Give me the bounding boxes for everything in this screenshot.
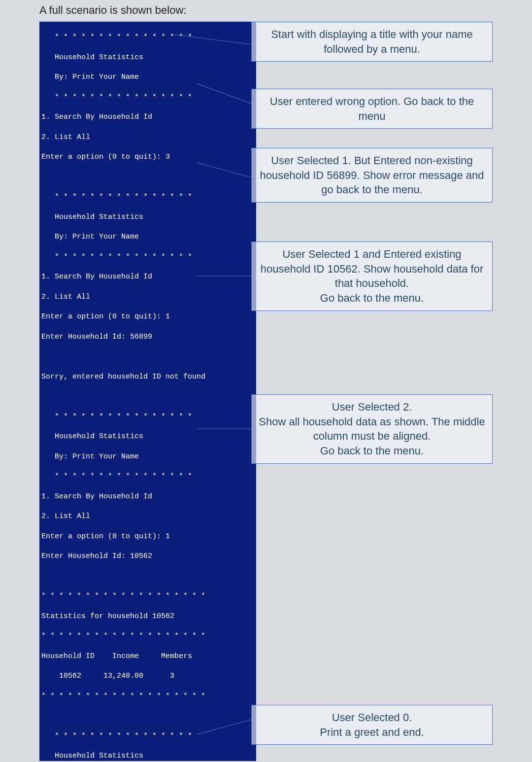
error-message: Sorry, entered household ID not found xyxy=(41,372,254,382)
blank-line xyxy=(41,711,254,721)
header-title: Household Statistics xyxy=(41,53,254,63)
prompt-option: Enter a option (0 to quit): xyxy=(41,312,166,321)
prompt-option: Enter a option (0 to quit): xyxy=(41,153,166,161)
menu-item-1: 1. Search By Household Id xyxy=(41,112,254,122)
prompt-option-line: Enter a option (0 to quit): 3 xyxy=(41,152,254,162)
divider: * * * * * * * * * * * * * * * * xyxy=(41,192,254,202)
header-title: Household Statistics xyxy=(41,751,254,761)
divider: * * * * * * * * * * * * * * * * xyxy=(41,412,254,422)
prompt-household-line: Enter Household Id: 10562 xyxy=(41,552,254,561)
prompt-option-line: Enter a option (0 to quit): 1 xyxy=(41,312,254,322)
annotation-list-all: User Selected 2. Show all household data… xyxy=(251,394,493,464)
table-row: 10562 13,240.00 3 xyxy=(41,671,254,681)
divider: * * * * * * * * * * * * * * * * xyxy=(41,33,254,42)
header-byline: By: Print Your Name xyxy=(41,232,254,242)
prompt-household-line: Enter Household Id: 56899 xyxy=(41,332,254,342)
annotation-bad-id: User Selected 1. But Entered non-existin… xyxy=(251,148,493,203)
blank-line xyxy=(41,392,254,402)
divider: * * * * * * * * * * * * * * * * xyxy=(41,731,254,741)
blank-line xyxy=(41,352,254,362)
annotation-wrong-option: User entered wrong option. Go back to th… xyxy=(251,89,493,129)
header-title: Household Statistics xyxy=(41,212,254,222)
user-input: 56899 xyxy=(130,333,152,341)
menu-item-2: 2. List All xyxy=(41,512,254,521)
menu-item-1: 1. Search By Household Id xyxy=(41,492,254,502)
divider: * * * * * * * * * * * * * * * * * * * xyxy=(41,591,254,601)
header-byline: By: Print Your Name xyxy=(41,452,254,462)
prompt-option-line: Enter a option (0 to quit): 1 xyxy=(41,532,254,542)
prompt-option: Enter a option (0 to quit): xyxy=(41,532,166,541)
prompt-household: Enter Household Id: xyxy=(41,333,130,341)
page-title: A full scenario is shown below: xyxy=(39,4,186,17)
annotation-start: Start with displaying a title with your … xyxy=(251,22,493,62)
divider: * * * * * * * * * * * * * * * * xyxy=(41,472,254,482)
header-title: Household Statistics xyxy=(41,432,254,442)
blank-line xyxy=(41,572,254,582)
divider: * * * * * * * * * * * * * * * * xyxy=(41,93,254,103)
console-output: * * * * * * * * * * * * * * * * Househol… xyxy=(39,22,256,761)
menu-item-2: 2. List All xyxy=(41,133,254,142)
user-input: 1 xyxy=(166,532,170,541)
prompt-household: Enter Household Id: xyxy=(41,552,130,560)
header-byline: By: Print Your Name xyxy=(41,72,254,82)
user-input: 1 xyxy=(166,312,170,321)
blank-line xyxy=(41,173,254,182)
menu-item-1: 1. Search By Household Id xyxy=(41,272,254,282)
divider: * * * * * * * * * * * * * * * * xyxy=(41,252,254,262)
annotation-quit: User Selected 0. Print a greet and end. xyxy=(251,705,493,745)
table-header: Household ID Income Members xyxy=(41,652,254,661)
stats-single-title: Statistics for household 10562 xyxy=(41,612,254,622)
menu-item-2: 2. List All xyxy=(41,292,254,302)
divider: * * * * * * * * * * * * * * * * * * * xyxy=(41,631,254,641)
annotation-good-id: User Selected 1 and Entered existing hou… xyxy=(251,242,493,311)
user-input: 3 xyxy=(166,153,170,161)
user-input: 10562 xyxy=(130,552,152,560)
divider: * * * * * * * * * * * * * * * * * * * xyxy=(41,692,254,701)
